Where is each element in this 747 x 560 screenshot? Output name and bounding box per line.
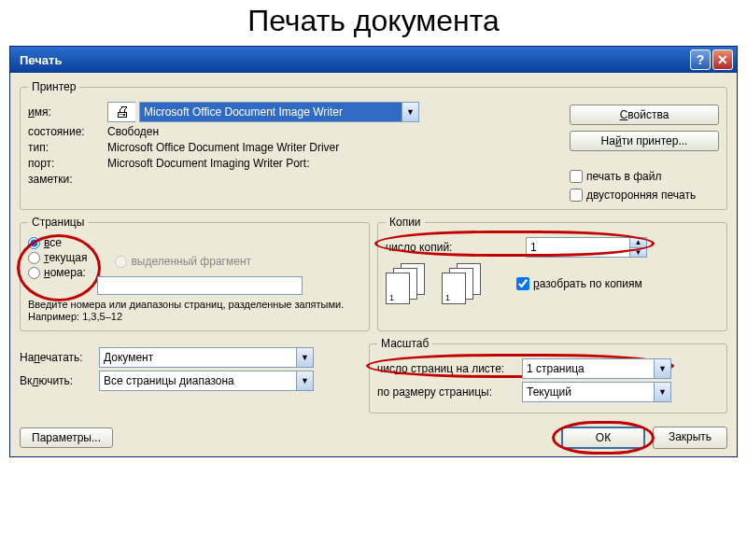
print-to-file-label: печать в файл (586, 170, 661, 183)
chevron-down-icon: ▼ (296, 348, 313, 367)
ok-button[interactable]: ОК (561, 427, 645, 449)
duplex-checkbox[interactable]: двусторонняя печать (570, 189, 719, 202)
printer-name-label: имя: (28, 105, 107, 119)
pages-legend: Страницы (28, 216, 88, 229)
scale-group: Масштаб число страниц на листе: 1 страни… (369, 337, 727, 413)
window-title: Печать (20, 53, 688, 67)
chevron-down-icon: ▼ (402, 103, 418, 121)
page-numbers-input[interactable] (97, 276, 303, 295)
fit-combo[interactable]: Текущий ▼ (522, 382, 671, 402)
options-button[interactable]: Параметры... (20, 427, 113, 448)
port-value: Microsoft Document Imaging Writer Port: (107, 157, 310, 170)
chevron-down-icon: ▼ (654, 383, 670, 401)
status-label: состояние: (28, 125, 107, 138)
radio-selection: выделенный фрагмент (115, 255, 251, 268)
chevron-down-icon: ▼ (296, 371, 313, 390)
properties-button[interactable]: Свойства (570, 105, 719, 125)
per-sheet-value: 1 страница (523, 362, 654, 375)
print-dialog: Печать ? ✕ Принтер имя: 🖨 Microsoft Offi… (9, 46, 738, 457)
close-button[interactable]: ✕ (712, 49, 733, 70)
radio-numbers[interactable]: номера: (28, 266, 87, 279)
spin-up-icon[interactable]: ▲ (629, 238, 646, 247)
print-what-combo[interactable]: Документ ▼ (99, 347, 314, 368)
copies-group: Копии число копий: 1 ▲▼ 3 2 1 (377, 216, 727, 331)
close-dialog-button[interactable]: Закрыть (653, 427, 727, 449)
status-value: Свободен (107, 125, 159, 138)
printer-group: Принтер имя: 🖨 Microsoft Office Document… (20, 80, 727, 210)
collate-icon: 3 2 1 (442, 263, 488, 304)
include-label: Включить: (20, 374, 99, 387)
collate-checkbox[interactable]: разобрать по копиям (516, 277, 642, 290)
slide-title: Печать документа (0, 0, 747, 46)
copies-count-label: число копий: (386, 241, 526, 254)
copies-count-value: 1 (527, 241, 629, 254)
include-combo[interactable]: Все страницы диапазона ▼ (99, 371, 314, 391)
find-printer-button[interactable]: Найти принтер... (570, 131, 719, 151)
printer-legend: Принтер (28, 80, 79, 93)
spin-down-icon[interactable]: ▼ (629, 247, 646, 258)
scale-legend: Масштаб (377, 337, 432, 350)
titlebar: Печать ? ✕ (10, 47, 737, 73)
radio-current[interactable]: текущая (28, 251, 87, 264)
printer-icon: 🖨 (107, 102, 135, 122)
fit-label: по размеру страницы: (377, 385, 522, 399)
duplex-label: двусторонняя печать (586, 189, 696, 202)
port-label: порт: (28, 157, 107, 170)
notes-label: заметки: (28, 173, 107, 186)
pages-hint: Введите номера или диапазоны страниц, ра… (28, 299, 361, 323)
per-sheet-label: число страниц на листе: (377, 362, 522, 375)
print-what-label: Напечатать: (20, 351, 99, 364)
print-to-file-checkbox[interactable]: печать в файл (570, 170, 719, 183)
type-value: Microsoft Office Document Image Writer D… (107, 141, 339, 154)
type-label: тип: (28, 141, 107, 154)
help-button[interactable]: ? (690, 49, 711, 70)
fit-value: Текущий (523, 385, 654, 399)
printer-name-combo[interactable]: Microsoft Office Document Image Writer ▼ (139, 102, 419, 122)
copies-legend: Копии (386, 216, 425, 229)
per-sheet-combo[interactable]: 1 страница ▼ (522, 358, 671, 379)
collate-icon: 3 2 1 (386, 263, 432, 304)
radio-all[interactable]: все (28, 236, 87, 249)
chevron-down-icon: ▼ (654, 359, 670, 378)
include-value: Все страницы диапазона (100, 374, 296, 387)
copies-spin[interactable]: 1 ▲▼ (526, 237, 647, 258)
print-what-value: Документ (100, 351, 296, 364)
printer-name-value: Microsoft Office Document Image Writer (140, 105, 402, 119)
pages-group: Страницы все текущая номера: выделенный … (20, 216, 370, 331)
